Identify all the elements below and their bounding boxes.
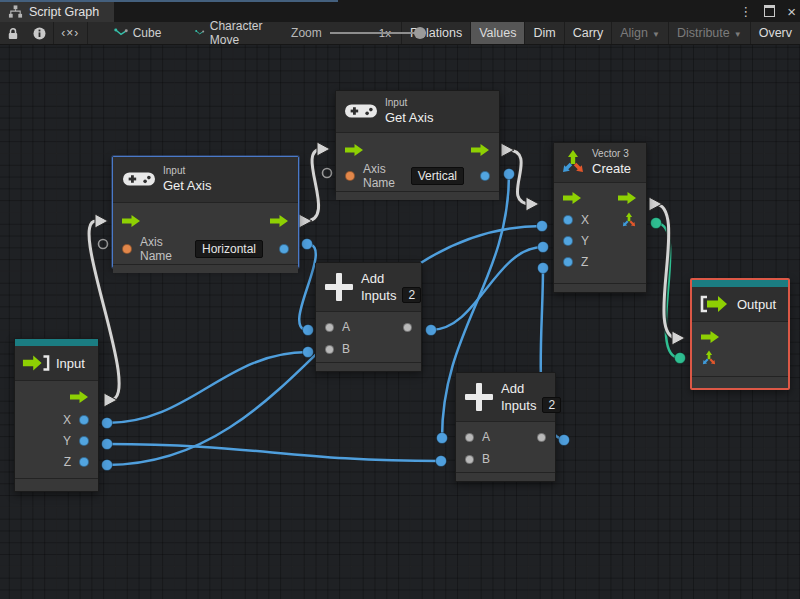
- align-label: Align: [620, 26, 648, 40]
- zoom-slider-handle[interactable]: [414, 27, 426, 39]
- value-out-port[interactable]: [480, 171, 490, 181]
- node-footer: [692, 376, 788, 388]
- tab-script-graph[interactable]: Script Graph: [0, 2, 114, 22]
- x-in-port[interactable]: [563, 215, 573, 225]
- node-get-axis-horizontal[interactable]: Input Get Axis Axis Name Horizontal: [112, 156, 299, 268]
- graph-node-icon: [114, 27, 128, 39]
- vector3-icon: [560, 149, 586, 175]
- node-vector3-create[interactable]: Vector 3 Create X Y Z: [553, 142, 647, 293]
- control-in-port[interactable]: [701, 331, 720, 343]
- node-header: Input: [15, 346, 98, 381]
- graph-node-icon: [195, 27, 204, 39]
- port-label: X: [581, 213, 589, 227]
- gamepad-icon: [123, 170, 155, 188]
- field-label: Axis Name: [363, 162, 403, 190]
- chevron-down-icon: ▼: [652, 30, 660, 39]
- chevron-down-icon: ▼: [734, 30, 742, 39]
- tab-bar: Script Graph ⋮ ×: [0, 0, 800, 22]
- node-accent-bar: [15, 339, 98, 346]
- axis-name-input[interactable]: Vertical: [411, 167, 464, 185]
- value-out-port[interactable]: [279, 244, 289, 254]
- add-icon: [325, 273, 353, 301]
- breadcrumb-cube[interactable]: Cube: [104, 26, 172, 40]
- node-input[interactable]: Input X Y Z: [14, 338, 99, 492]
- control-out-port[interactable]: [270, 215, 289, 227]
- inputs-label: Inputs: [361, 288, 396, 303]
- align-dropdown[interactable]: Align ▼: [612, 22, 668, 44]
- node-header: Add Inputs 2: [456, 373, 555, 422]
- control-in-port[interactable]: [563, 192, 582, 204]
- port-label: B: [482, 452, 490, 466]
- tab-label: Script Graph: [29, 5, 99, 19]
- node-output[interactable]: Output: [690, 278, 790, 390]
- z-in-port[interactable]: [563, 257, 573, 267]
- node-title: Create: [592, 161, 631, 177]
- node-get-axis-vertical[interactable]: Input Get Axis Axis Name Vertical: [335, 90, 500, 193]
- node-title: Output: [737, 297, 776, 312]
- control-out-port[interactable]: [70, 391, 89, 403]
- node-accent-bar: [692, 280, 788, 287]
- axis-name-input[interactable]: Horizontal: [195, 240, 263, 258]
- node-footer: [554, 283, 646, 292]
- vector3-in-port[interactable]: [701, 350, 717, 366]
- zoom-label: Zoom: [291, 26, 322, 40]
- zoom-slider-track: [330, 32, 426, 34]
- output-icon: [700, 295, 730, 313]
- lock-button[interactable]: [0, 22, 26, 44]
- port-label: Y: [63, 434, 71, 448]
- graph-toolbar: ‹×› Cube Character Move Zoom 1x Relation…: [0, 22, 800, 45]
- toggle-carry[interactable]: Carry: [565, 22, 612, 44]
- node-footer: [336, 191, 499, 200]
- axis-name-port[interactable]: [345, 171, 355, 181]
- inspect-button[interactable]: [26, 22, 53, 44]
- node-footer: [113, 264, 298, 273]
- window-maximize-icon[interactable]: [764, 5, 775, 17]
- vector3-out-port[interactable]: [621, 212, 637, 228]
- input-a-port[interactable]: [325, 323, 334, 332]
- zoom-slider[interactable]: [330, 22, 373, 44]
- node-add-1[interactable]: Add Inputs 2 A B: [315, 262, 422, 372]
- node-title: Input: [56, 356, 85, 371]
- control-in-port[interactable]: [122, 215, 141, 227]
- code-view-button[interactable]: ‹×›: [53, 22, 87, 44]
- x-out-port[interactable]: [79, 415, 89, 425]
- sum-out-port[interactable]: [403, 323, 412, 332]
- node-header: Output: [692, 287, 788, 322]
- node-footer: [316, 362, 421, 371]
- distribute-label: Distribute: [677, 26, 730, 40]
- port-label: Z: [581, 255, 588, 269]
- window-menu-icon[interactable]: ⋮: [739, 5, 752, 18]
- toggle-dim[interactable]: Dim: [525, 22, 563, 44]
- inputs-count-input[interactable]: 2: [402, 287, 421, 303]
- sum-out-port[interactable]: [537, 433, 546, 442]
- field-label: Axis Name: [140, 235, 187, 263]
- toggle-overview[interactable]: Overv: [751, 22, 800, 44]
- node-title: Add: [361, 271, 421, 286]
- info-icon: [33, 27, 46, 40]
- input-b-port[interactable]: [465, 455, 474, 464]
- input-icon: [22, 354, 50, 372]
- lock-icon: [7, 27, 19, 40]
- control-in-port[interactable]: [345, 144, 364, 156]
- window-close-icon[interactable]: ×: [787, 4, 796, 19]
- distribute-dropdown[interactable]: Distribute ▼: [669, 22, 750, 44]
- axis-name-port[interactable]: [122, 244, 132, 254]
- node-title: Add: [501, 381, 561, 396]
- input-a-port[interactable]: [465, 433, 474, 442]
- code-view-icon: ‹×›: [61, 26, 79, 40]
- node-add-2[interactable]: Add Inputs 2 A B: [455, 372, 556, 482]
- script-graph-icon: [8, 5, 23, 19]
- control-out-port[interactable]: [471, 144, 490, 156]
- gamepad-icon: [345, 102, 377, 120]
- node-footer: [456, 472, 555, 481]
- input-b-port[interactable]: [325, 345, 334, 354]
- node-footer: [15, 478, 98, 491]
- toggle-values[interactable]: Values: [471, 22, 524, 44]
- z-out-port[interactable]: [79, 457, 89, 467]
- breadcrumb-character-move[interactable]: Character Move: [185, 19, 277, 47]
- node-header: Input Get Axis: [113, 157, 298, 203]
- control-out-port[interactable]: [618, 192, 637, 204]
- y-out-port[interactable]: [79, 436, 89, 446]
- inputs-count-input[interactable]: 2: [542, 397, 561, 413]
- y-in-port[interactable]: [563, 236, 573, 246]
